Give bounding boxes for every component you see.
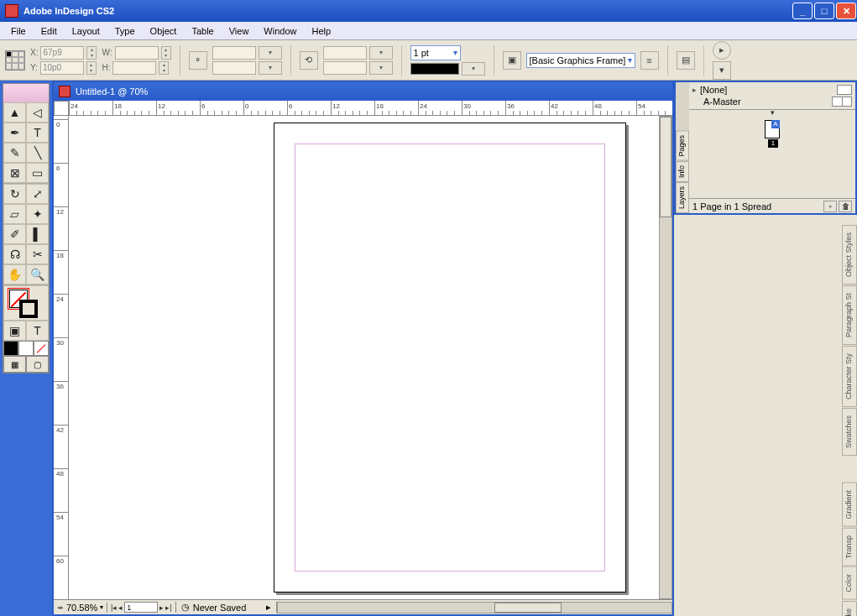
zoom-tool[interactable]: 🔍: [26, 264, 49, 285]
normal-view-icon[interactable]: ▦: [3, 356, 26, 373]
hand-tool[interactable]: ✋: [3, 264, 26, 285]
x-input[interactable]: [40, 46, 84, 60]
master-a[interactable]: A-Master: [692, 96, 852, 107]
pencil-tool[interactable]: ✎: [3, 143, 26, 163]
rotate-input[interactable]: [323, 46, 367, 60]
stroke-weight-select[interactable]: 1 pt: [410, 45, 461, 60]
scissors-tool[interactable]: ✂: [26, 244, 49, 264]
menu-type[interactable]: Type: [107, 23, 143, 39]
direct-selection-tool[interactable]: ◁: [26, 102, 49, 123]
apply-color-icon[interactable]: [3, 341, 18, 356]
scale-x-input[interactable]: [212, 46, 256, 60]
pasteboard[interactable]: [69, 116, 659, 599]
tab-color[interactable]: Color: [842, 566, 857, 600]
expand-icon[interactable]: ▸: [692, 86, 697, 94]
menu-object[interactable]: Object: [143, 23, 185, 39]
selection-tool[interactable]: ▲: [3, 102, 26, 123]
h-input[interactable]: [112, 61, 156, 75]
page[interactable]: [274, 123, 626, 593]
y-input[interactable]: [40, 61, 84, 75]
menu-layout[interactable]: Layout: [65, 23, 107, 39]
rotate-icon[interactable]: ⟲: [300, 51, 318, 70]
save-status[interactable]: ◷ Never Saved: [176, 602, 278, 613]
eyedropper-tool[interactable]: ✐: [3, 224, 26, 244]
scale-tool[interactable]: ⤢: [26, 184, 49, 204]
tab-paragraph-styles[interactable]: Paragraph St: [842, 285, 857, 345]
tab-layers[interactable]: Layers: [676, 182, 689, 213]
rectangle-tool[interactable]: ▭: [26, 163, 49, 183]
line-tool[interactable]: ╲: [26, 143, 49, 163]
tab-stroke[interactable]: Stroke: [842, 601, 857, 616]
format-container-icon[interactable]: ▣: [3, 321, 26, 341]
menu-table[interactable]: Table: [184, 23, 221, 39]
frame-tool[interactable]: ⊠: [3, 163, 26, 183]
button-tool[interactable]: ☊: [3, 244, 26, 264]
delete-page-icon[interactable]: 🗑: [839, 201, 852, 212]
tab-pages[interactable]: Pages: [676, 131, 689, 161]
ruler-origin[interactable]: [54, 101, 69, 116]
pen-tool[interactable]: ✒: [3, 123, 26, 143]
scale-lock-icon[interactable]: ⚬: [189, 51, 207, 70]
w-input[interactable]: [115, 46, 159, 60]
first-page-icon[interactable]: |◂: [111, 603, 117, 612]
toolbox-header[interactable]: [3, 84, 49, 102]
fill-stroke-control[interactable]: [3, 285, 49, 321]
stroke-style-swatch[interactable]: [410, 63, 459, 75]
tab-character-styles[interactable]: Character Sty: [842, 346, 857, 407]
h-spinner[interactable]: ▴▾: [159, 61, 169, 75]
minimize-button[interactable]: _: [792, 3, 813, 19]
menu-file[interactable]: File: [3, 23, 34, 39]
align-icon[interactable]: ≡: [640, 51, 659, 70]
rotate-drop[interactable]: ▾: [369, 46, 393, 60]
tab-swatches[interactable]: Swatches: [842, 408, 857, 456]
shear-tool[interactable]: ▱: [3, 204, 26, 224]
reference-point[interactable]: [5, 50, 25, 70]
y-spinner[interactable]: ▴▾: [86, 61, 97, 75]
tab-transparency[interactable]: Transp: [842, 528, 857, 566]
shear-drop[interactable]: ▾: [369, 61, 393, 75]
vertical-ruler[interactable]: 06121824303642485460: [54, 116, 69, 599]
zoom-field[interactable]: 70.58%: [54, 603, 107, 613]
next-page-icon[interactable]: ▸: [159, 603, 164, 612]
vertical-scrollbar[interactable]: [659, 116, 672, 599]
color-apply-row[interactable]: [3, 341, 49, 356]
x-spinner[interactable]: ▴▾: [86, 46, 97, 60]
tab-gradient[interactable]: Gradient: [842, 483, 857, 527]
pages-thumb-area[interactable]: A 1: [689, 110, 855, 198]
maximize-button[interactable]: □: [814, 3, 834, 19]
new-page-icon[interactable]: ▫: [823, 201, 837, 212]
w-spinner[interactable]: ▴▾: [161, 46, 171, 60]
close-button[interactable]: ✕: [836, 3, 856, 19]
scale-y-drop[interactable]: ▾: [259, 61, 282, 75]
menu-edit[interactable]: Edit: [34, 23, 65, 39]
tab-info[interactable]: Info: [676, 161, 689, 182]
last-page-icon[interactable]: ▸|: [165, 603, 171, 612]
horizontal-ruler[interactable]: 2418126061218243036424854: [69, 101, 672, 116]
apply-gradient-icon[interactable]: [18, 341, 34, 356]
prev-page-icon[interactable]: ◂: [118, 603, 123, 612]
tab-object-styles[interactable]: Object Styles: [842, 225, 857, 285]
gradient-tool[interactable]: ▌: [26, 224, 49, 244]
scale-y-input[interactable]: [212, 61, 256, 75]
preview-view-icon[interactable]: ▢: [26, 356, 49, 373]
quick-apply-icon[interactable]: ▸: [713, 41, 731, 60]
rotate-tool[interactable]: ↻: [3, 184, 26, 204]
textwrap-icon[interactable]: ▤: [677, 51, 695, 70]
stroke-style-drop[interactable]: ▾: [462, 62, 485, 76]
menu-window[interactable]: Window: [256, 23, 304, 39]
shear-input[interactable]: [323, 61, 367, 75]
page-number-field[interactable]: [124, 602, 158, 613]
menu-view[interactable]: View: [222, 23, 257, 39]
crop-icon[interactable]: ▣: [503, 51, 521, 70]
type-tool[interactable]: T: [26, 123, 49, 143]
master-none[interactable]: ▸ [None]: [692, 84, 852, 96]
menu-help[interactable]: Help: [304, 23, 338, 39]
document-titlebar[interactable]: Untitled-1 @ 70%: [54, 82, 672, 101]
format-text-icon[interactable]: T: [26, 321, 49, 341]
free-transform-tool[interactable]: ✦: [26, 204, 49, 224]
apply-none-icon[interactable]: [34, 341, 49, 356]
page-1-thumb[interactable]: A 1: [765, 120, 780, 138]
scale-x-drop[interactable]: ▾: [259, 46, 282, 60]
panel-menu-icon[interactable]: ▾: [713, 61, 731, 80]
horizontal-scrollbar[interactable]: [277, 602, 672, 613]
